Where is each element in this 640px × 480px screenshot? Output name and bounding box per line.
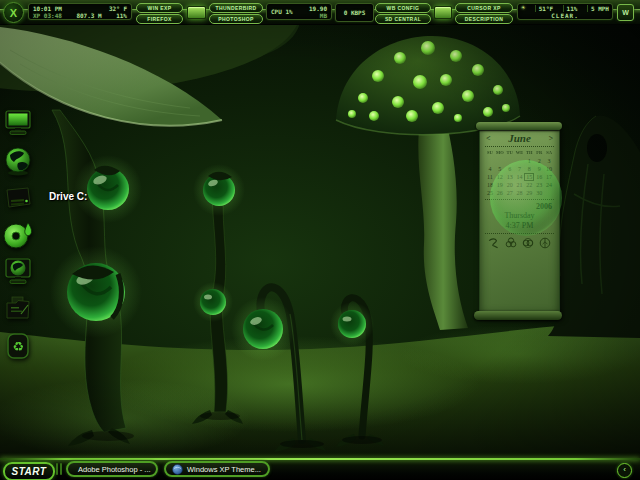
net-speed: 0 KBPS <box>344 9 366 16</box>
calendar-day[interactable] <box>485 157 495 165</box>
calendar-day[interactable]: 20 <box>505 181 515 189</box>
tray-collapse-button[interactable]: ‹ <box>617 463 632 478</box>
triquetra-symbol <box>505 237 517 249</box>
weather-humidity: 11% <box>563 5 578 12</box>
x-orb-button[interactable]: X <box>3 2 24 23</box>
photoshop-button[interactable]: PHOTOSHOP <box>209 14 263 24</box>
taskbar-separator <box>60 463 62 475</box>
calendar-next-button[interactable]: > <box>547 134 554 143</box>
calendar-day[interactable]: 3 <box>544 157 554 165</box>
calendar-day[interactable] <box>544 189 554 197</box>
feather-circle-symbol <box>539 237 551 249</box>
taskbar-separator <box>56 463 58 475</box>
weather-condition: CLEAR. <box>521 12 609 19</box>
w-button[interactable]: W <box>617 4 634 21</box>
launcher-group-1: WIN EXP FIREFOX <box>136 3 183 24</box>
memory-percent: 11% <box>116 12 127 19</box>
calendar-day-selected[interactable]: 15 <box>524 173 534 181</box>
led-indicator <box>434 6 452 19</box>
taskbar: START Adobe Photoshop - ... Windows XP T… <box>0 458 640 480</box>
calendar-day[interactable]: 13 <box>505 173 515 181</box>
launcher-group-4: CURSOR XP DESCRIPTION <box>455 3 513 24</box>
calendar-day[interactable]: 21 <box>515 181 525 189</box>
calendar-day[interactable]: 11 <box>485 173 495 181</box>
led-indicator <box>187 6 206 19</box>
interlocked-circles-symbol <box>522 237 534 249</box>
calendar-day[interactable]: 5 <box>495 165 505 173</box>
calendar-day[interactable]: 30 <box>534 189 544 197</box>
cursor-xp-button[interactable]: CURSOR XP <box>455 3 513 13</box>
drive-c-label[interactable]: Drive C: <box>49 191 87 202</box>
sd-central-button[interactable]: SD CENTRAL <box>375 14 431 24</box>
calendar-time: 4:37 PM <box>485 221 554 231</box>
calendar-day[interactable]: 18 <box>485 181 495 189</box>
calendar-day[interactable]: 7 <box>515 165 525 173</box>
network-panel: 0 KBPS <box>335 3 374 22</box>
earth-globe-icon[interactable] <box>3 144 33 178</box>
calendar-day[interactable]: 27 <box>505 189 515 197</box>
weather-panel: ☀ 51°F 11% 5 MPH CLEAR. <box>517 3 613 20</box>
calendar-day[interactable]: 24 <box>544 181 554 189</box>
launcher-group-3: WB CONFIG SD CENTRAL <box>375 3 431 24</box>
weather-wind: 5 MPH <box>587 5 609 12</box>
calendar-day[interactable]: 1 <box>524 157 534 165</box>
desktop-root: < June > SUMOTUWETHFRSA 123 45678910 111… <box>0 0 640 480</box>
calendar-day[interactable] <box>505 157 515 165</box>
wb-config-button[interactable]: WB CONFIG <box>375 3 431 13</box>
calendar-day[interactable]: 19 <box>495 181 505 189</box>
top-system-bar: X 10:01 PM 32° F XP 03:48 807.3 M 11% WI… <box>0 0 640 25</box>
outside-temp: 32° F <box>109 5 127 12</box>
start-button[interactable]: START <box>3 462 55 480</box>
cpu-usage: CPU 1% <box>271 8 293 15</box>
task-label: Adobe Photoshop - ... <box>78 465 151 474</box>
cpu-memory-panel: CPU 1% 19.90 MB <box>266 3 332 20</box>
recycle-bin-icon[interactable]: ♻ <box>3 329 33 363</box>
hard-drive-icon[interactable] <box>3 181 33 215</box>
documents-folder-icon[interactable] <box>3 292 33 326</box>
task-button-photoshop[interactable]: Adobe Photoshop - ... <box>66 461 158 477</box>
win-exp-button[interactable]: WIN EXP <box>136 3 183 13</box>
weather-temp: 51°F <box>535 5 553 12</box>
calendar-prev-button[interactable]: < <box>485 134 492 143</box>
launcher-group-2: THUNDERBIRD PHOTOSHOP <box>209 3 263 24</box>
calendar-day[interactable]: 26 <box>495 189 505 197</box>
calendar-day[interactable]: 23 <box>534 181 544 189</box>
windows-xp-icon <box>172 464 183 475</box>
calendar-day[interactable]: 4 <box>485 165 495 173</box>
calendar-year: 2006 <box>485 202 554 211</box>
calendar-day[interactable]: 12 <box>495 173 505 181</box>
calendar-day[interactable]: 8 <box>524 165 534 173</box>
calendar-grid: SUMOTUWETHFRSA 123 45678910 111213141516… <box>485 149 554 197</box>
task-button-xp-theme[interactable]: Windows XP Theme... <box>164 461 270 477</box>
calendar-day[interactable]: 25 <box>485 189 495 197</box>
calendar-day[interactable] <box>495 157 505 165</box>
memory-free: 807.3 M <box>76 12 101 19</box>
firefox-button[interactable]: FIREFOX <box>136 14 183 24</box>
cd-disc-icon[interactable] <box>3 218 33 252</box>
thunderbird-button[interactable]: THUNDERBIRD <box>209 3 263 13</box>
task-label: Windows XP Theme... <box>187 465 261 474</box>
calendar-day[interactable]: 29 <box>524 189 534 197</box>
mem-free-unit: MB <box>320 12 327 19</box>
calendar-day[interactable]: 9 <box>534 165 544 173</box>
calendar-day[interactable]: 28 <box>515 189 525 197</box>
calendar-month: June <box>508 132 531 144</box>
calendar-day[interactable]: 14 <box>515 173 525 181</box>
description-button[interactable]: DESCRIPTION <box>455 14 513 24</box>
calendar-day[interactable]: 22 <box>524 181 534 189</box>
internet-monitor-icon[interactable] <box>3 255 33 289</box>
calendar-day[interactable] <box>515 157 525 165</box>
calendar-day[interactable]: 17 <box>544 173 554 181</box>
zoso-symbol <box>488 237 500 249</box>
calendar-day[interactable]: 6 <box>505 165 515 173</box>
uptime-value: XP 03:48 <box>33 12 62 19</box>
calendar-day[interactable]: 16 <box>534 173 544 181</box>
my-computer-icon[interactable] <box>3 107 33 141</box>
clock-uptime-panel: 10:01 PM 32° F XP 03:48 807.3 M 11% <box>28 3 132 20</box>
calendar-day-name: Thursday <box>485 211 554 221</box>
svg-text:♻: ♻ <box>12 339 24 354</box>
mem-free-value: 19.90 <box>309 5 327 12</box>
calendar-widget: < June > SUMOTUWETHFRSA 123 45678910 111… <box>479 126 560 316</box>
calendar-day[interactable]: 2 <box>534 157 544 165</box>
calendar-day[interactable]: 10 <box>544 165 554 173</box>
